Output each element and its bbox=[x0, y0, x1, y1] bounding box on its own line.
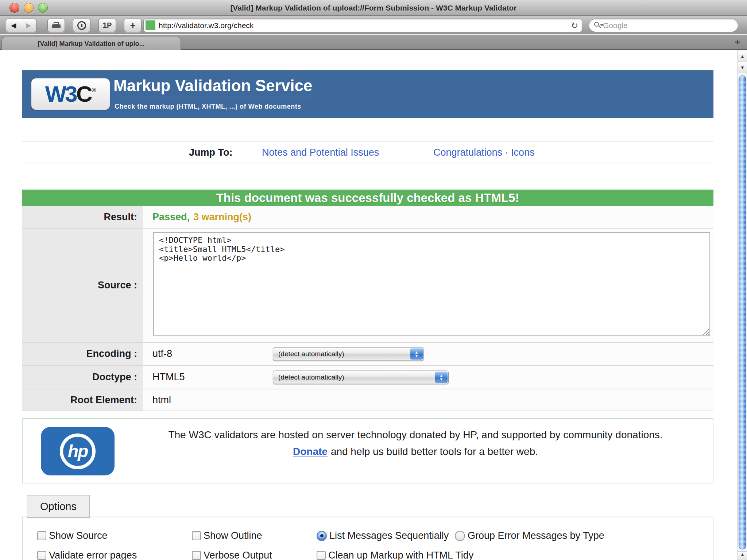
options-legend: Options bbox=[27, 495, 90, 518]
result-label: Result: bbox=[22, 206, 143, 228]
hp-logo: hp bbox=[41, 427, 115, 475]
hp-logo-ring: hp bbox=[60, 433, 96, 469]
vertical-scrollbar[interactable]: ▲ ▼ ▲ bbox=[738, 50, 747, 560]
hp-notice-line2: Donateand help us build better tools for… bbox=[121, 446, 710, 458]
checkbox-icon[interactable] bbox=[37, 531, 46, 540]
radio-icon[interactable] bbox=[455, 531, 465, 541]
active-tab[interactable]: [Valid] Markup Validation of uplo... bbox=[1, 37, 181, 50]
radio-icon[interactable] bbox=[317, 531, 327, 541]
back-button[interactable]: ◀ bbox=[6, 19, 21, 32]
table-row: Root Element: html bbox=[22, 389, 713, 411]
tab-title: [Valid] Markup Validation of uplo... bbox=[38, 40, 144, 48]
success-banner-text: This document was successfully checked a… bbox=[216, 191, 519, 205]
add-bookmark-button[interactable]: + bbox=[124, 19, 142, 32]
validate-error-pages-checkbox[interactable]: Validate error pages bbox=[37, 550, 137, 560]
url-text[interactable]: http://validator.w3.org/check bbox=[159, 21, 571, 30]
jump-link-congratulations-icons[interactable]: Congratulations · Icons bbox=[433, 147, 535, 158]
onepassword-button[interactable]: 1P bbox=[98, 19, 116, 32]
search-field[interactable]: Google bbox=[589, 19, 738, 32]
address-bar[interactable]: http://validator.w3.org/check ↻ bbox=[143, 19, 582, 32]
window-title: [Valid] Markup Validation of upload://Fo… bbox=[0, 0, 747, 16]
hp-donation-notice: hp The W3C validators are hosted on serv… bbox=[22, 418, 713, 483]
checkbox-icon[interactable] bbox=[317, 551, 326, 560]
page-title: Markup Validation Service bbox=[113, 77, 312, 97]
show-outline-checkbox[interactable]: Show Outline bbox=[192, 530, 262, 541]
browser-window: [Valid] Markup Validation of upload://Fo… bbox=[0, 0, 747, 560]
browser-toolbar: ◀ ▶ 1P + http://validator.w3.org/check ↻… bbox=[0, 16, 747, 34]
scroll-down-button[interactable]: ▼ bbox=[738, 62, 747, 73]
options-fieldset: Options Show Source Show Outline List Me… bbox=[22, 495, 713, 560]
window-titlebar: [Valid] Markup Validation of upload://Fo… bbox=[0, 0, 747, 16]
fieldset-top-border bbox=[22, 517, 713, 517]
print-button[interactable] bbox=[47, 19, 65, 32]
circled-key-icon bbox=[77, 21, 86, 30]
source-textarea[interactable]: <!DOCTYPE html> <title>Small HTML5</titl… bbox=[153, 232, 710, 336]
new-tab-button[interactable]: + bbox=[730, 35, 745, 49]
page-viewport: W3C® Markup Validation Service Check the… bbox=[0, 51, 738, 560]
doctype-value: HTML5 bbox=[152, 372, 185, 383]
chevron-updown-icon: ▲▼ bbox=[435, 372, 448, 383]
donate-link[interactable]: Donate bbox=[293, 446, 328, 457]
doctype-select[interactable]: (detect automatically) ▲▼ bbox=[273, 370, 449, 384]
table-row: Result: Passed, 3 warning(s) bbox=[22, 206, 713, 229]
site-favicon bbox=[146, 20, 155, 30]
scrollbar-thumb[interactable] bbox=[739, 75, 746, 549]
w3c-header-banner: W3C® Markup Validation Service Check the… bbox=[22, 70, 713, 118]
success-banner: This document was successfully checked a… bbox=[22, 190, 713, 206]
hp-logo-text: hp bbox=[68, 441, 88, 461]
jump-link-notes[interactable]: Notes and Potential Issues bbox=[262, 147, 379, 158]
w3c-logo-text: W3C® bbox=[45, 83, 96, 105]
table-row: Source : <!DOCTYPE html> <title>Small HT… bbox=[22, 229, 713, 343]
hp-notice-line1: The W3C validators are hosted on server … bbox=[121, 429, 710, 441]
history-nav-control: ◀ ▶ bbox=[6, 19, 36, 32]
results-table: Result: Passed, 3 warning(s) Source : <!… bbox=[22, 206, 713, 411]
scroll-up-button[interactable]: ▲ bbox=[738, 51, 747, 62]
forward-button[interactable]: ▶ bbox=[21, 19, 36, 32]
table-row: Doctype : HTML5 (detect automatically) ▲… bbox=[22, 366, 713, 389]
encoding-value: utf-8 bbox=[152, 348, 172, 359]
search-placeholder[interactable]: Google bbox=[603, 21, 628, 30]
search-icon bbox=[594, 22, 601, 29]
jump-to-bar: Jump To: Notes and Potential Issues Cong… bbox=[22, 141, 713, 163]
verbose-output-checkbox[interactable]: Verbose Output bbox=[192, 550, 272, 560]
show-source-checkbox[interactable]: Show Source bbox=[37, 530, 108, 541]
tab-bar: [Valid] Markup Validation of uplo... + bbox=[0, 35, 747, 50]
doctype-label: Doctype : bbox=[22, 366, 143, 389]
result-warnings-value: 3 warning(s) bbox=[193, 211, 251, 223]
checkbox-icon[interactable] bbox=[37, 551, 46, 560]
chevron-updown-icon: ▲▼ bbox=[410, 348, 423, 359]
root-element-value: html bbox=[152, 394, 171, 406]
jump-to-label: Jump To: bbox=[189, 147, 232, 158]
onepassword-circle-button[interactable] bbox=[73, 19, 90, 32]
checkbox-icon[interactable] bbox=[192, 531, 201, 540]
source-label: Source : bbox=[22, 229, 143, 342]
registered-mark: ® bbox=[92, 87, 96, 93]
root-element-label: Root Element: bbox=[22, 389, 143, 411]
w3c-logo[interactable]: W3C® bbox=[31, 78, 110, 110]
group-error-messages-radio[interactable]: Group Error Messages by Type bbox=[455, 530, 604, 541]
checkbox-icon[interactable] bbox=[192, 551, 201, 560]
encoding-label: Encoding : bbox=[22, 343, 143, 365]
printer-icon bbox=[52, 22, 61, 29]
reload-button[interactable]: ↻ bbox=[571, 20, 578, 31]
list-messages-sequentially-radio[interactable]: List Messages Sequentially bbox=[317, 530, 449, 541]
result-passed-value: Passed, bbox=[152, 211, 190, 223]
clean-up-markup-tidy-checkbox[interactable]: Clean up Markup with HTML Tidy bbox=[317, 550, 473, 560]
encoding-select[interactable]: (detect automatically) ▲▼ bbox=[273, 347, 424, 361]
table-row: Encoding : utf-8 (detect automatically) … bbox=[22, 343, 713, 366]
page-subtitle: Check the markup (HTML, XHTML, ...) of W… bbox=[115, 103, 301, 110]
scroll-bottom-up-button[interactable]: ▲ bbox=[738, 551, 747, 560]
